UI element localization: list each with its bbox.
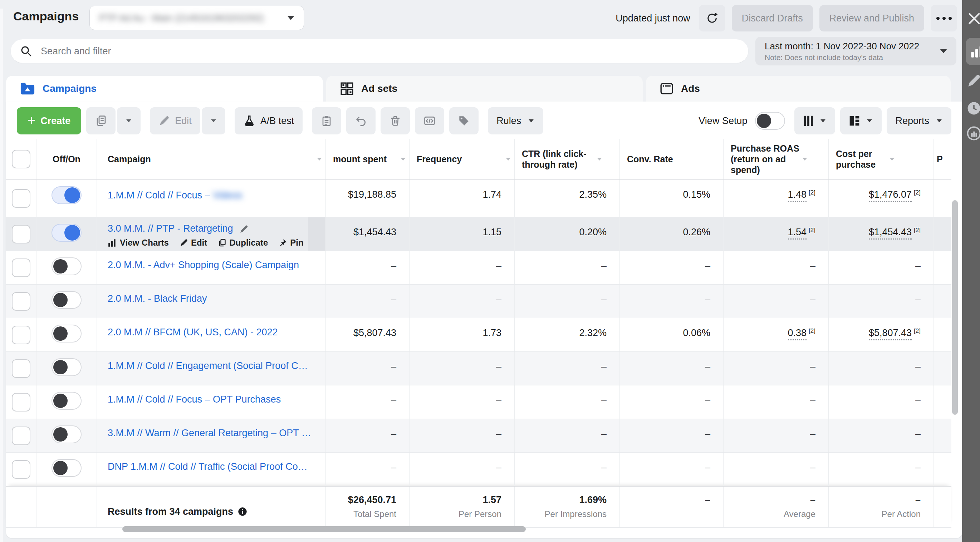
close-icon[interactable] [966, 11, 980, 27]
sort-caret-icon [597, 158, 602, 161]
col-frequency[interactable]: Frequency [409, 139, 514, 180]
breakdowns-button[interactable] [840, 107, 881, 134]
create-button[interactable]: + Create [17, 107, 81, 134]
horizontal-scrollbar-thumb[interactable] [123, 526, 526, 532]
campaign-link[interactable]: 3.0 M.M. // PTP - Retargeting [108, 223, 233, 234]
col-cost-per-purchase[interactable]: Cost per purchase [828, 139, 934, 180]
column-resize-handle[interactable] [308, 218, 326, 251]
tab-ads[interactable]: Ads [646, 76, 951, 102]
col-p-clipped[interactable]: P [934, 139, 951, 180]
ab-test-flask-icon [243, 115, 255, 127]
discard-drafts-button[interactable]: Discard Drafts [732, 5, 813, 32]
edit-menu-button[interactable] [202, 107, 225, 134]
campaign-toggle[interactable] [51, 392, 81, 410]
info-icon[interactable] [237, 507, 248, 517]
total-ctr: 1.69% [515, 486, 619, 505]
total-amount-spent: $26,450.71 [326, 486, 409, 505]
col-amount-spent[interactable]: mount spent [326, 139, 409, 180]
rules-button[interactable]: Rules [488, 107, 543, 134]
table-row[interactable]: 3.M.M // Warm // General Retargeting – O… [6, 419, 951, 453]
campaign-link[interactable]: 3.M.M // Warm // General Retargeting – O… [108, 428, 311, 438]
campaign-toggle[interactable] [51, 459, 81, 477]
col-campaign[interactable]: Campaign [97, 139, 326, 180]
more-options-button[interactable] [931, 5, 957, 32]
date-range-selector[interactable]: Last month: 1 Nov 2022-30 Nov 2022 Note:… [756, 37, 956, 65]
table-row[interactable]: 2.0 M.M. - Black Friday – – – – – – [6, 285, 951, 318]
history-clock-icon[interactable] [966, 101, 980, 116]
undo-button[interactable] [346, 107, 375, 134]
col-ctr[interactable]: CTR (link click-through rate) [514, 139, 619, 180]
campaign-toggle[interactable] [51, 186, 81, 204]
table-row[interactable]: 1.M.M // Cold // Focus – Videos $19,188.… [6, 180, 951, 218]
campaign-toggle[interactable] [51, 358, 81, 376]
ctr-value: 0.20% [514, 218, 619, 251]
campaign-link[interactable]: 2.0 M.M. - Adv+ Shopping (Scale) Campaig… [108, 259, 299, 270]
sort-caret-icon [889, 158, 894, 161]
row-checkbox[interactable] [12, 393, 30, 412]
campaign-link[interactable]: 2.0 M.M // BFCM (UK, US, CAN) - 2022 [108, 327, 278, 337]
account-dropdown[interactable]: PTP Ad Au - Main (2149161963202292) [89, 6, 304, 30]
campaign-toggle[interactable] [51, 224, 81, 242]
duplicate-button[interactable] [86, 107, 116, 134]
conv-rate-value: 0.15% [619, 180, 723, 217]
campaign-toggle[interactable] [51, 426, 81, 443]
table-row[interactable]: 2.0 M.M. - Adv+ Shopping (Scale) Campaig… [6, 251, 951, 285]
row-checkbox[interactable] [12, 359, 30, 378]
paste-button[interactable] [312, 107, 341, 134]
tab-campaigns[interactable]: Campaigns [6, 76, 323, 102]
total-frequency: 1.57 [409, 486, 514, 505]
campaign-toggle[interactable] [51, 257, 81, 275]
campaign-link[interactable]: DNP 1.M.M // Cold // Traffic (Social Pro… [108, 461, 308, 472]
reports-button[interactable]: Reports [887, 107, 951, 134]
date-range-note: Note: Does not include today's data [765, 53, 940, 62]
table-row[interactable]: 1.M.M // Cold // Engagement (Social Proo… [6, 352, 951, 385]
horizontal-scrollbar[interactable] [17, 526, 947, 532]
columns-button[interactable] [794, 107, 835, 134]
table-row[interactable]: 1.M.M // Cold // Focus – OPT Purchases –… [6, 385, 951, 419]
campaign-link[interactable]: 1.M.M // Cold // Focus – OPT Purchases [108, 394, 281, 405]
view-setup-toggle[interactable] [755, 112, 785, 130]
delete-button[interactable] [380, 107, 410, 134]
rename-pencil-icon[interactable] [239, 224, 248, 234]
table-row[interactable]: 2.0 M.M // BFCM (UK, US, CAN) - 2022 $5,… [6, 318, 951, 352]
row-checkbox[interactable] [12, 426, 30, 445]
campaign-link[interactable]: 1.M.M // Cold // Focus – Videos [108, 190, 242, 200]
charts-tool-button[interactable] [966, 38, 980, 65]
review-publish-button[interactable]: Review and Publish [819, 5, 924, 32]
pin-action[interactable]: Pin [278, 238, 303, 248]
total-conv-rate: – [620, 486, 723, 505]
search-input[interactable] [40, 45, 739, 57]
col-purchase-roas[interactable]: Purchase ROAS (return on ad spend) [723, 139, 828, 180]
duplicate-menu-button[interactable] [117, 107, 140, 134]
col-conv-rate[interactable]: Conv. Rate [619, 139, 723, 180]
total-cost-per-purchase: – [829, 486, 934, 505]
edit-button[interactable]: Edit [150, 107, 200, 134]
search-bar[interactable] [11, 39, 748, 63]
campaign-toggle[interactable] [51, 291, 81, 309]
row-checkbox[interactable] [12, 189, 30, 208]
performance-chart-icon[interactable] [966, 126, 980, 141]
table-row[interactable]: DNP 1.M.M // Cold // Traffic (Social Pro… [6, 453, 951, 486]
roas-value: 1.54[2] [723, 218, 828, 251]
row-checkbox[interactable] [12, 292, 30, 311]
row-checkbox[interactable] [12, 326, 30, 344]
tag-button[interactable] [449, 107, 479, 134]
view-charts-action[interactable]: View Charts [108, 238, 169, 248]
tab-ad-sets[interactable]: Ad sets [326, 76, 643, 102]
row-checkbox[interactable] [12, 259, 30, 277]
campaign-link[interactable]: 2.0 M.M. - Black Friday [108, 293, 207, 304]
edit-action[interactable]: Edit [180, 238, 207, 248]
tab-campaigns-label: Campaigns [43, 83, 97, 94]
duplicate-action[interactable]: Duplicate [218, 238, 268, 248]
row-checkbox[interactable] [12, 460, 30, 479]
row-checkbox[interactable] [12, 225, 30, 243]
campaign-toggle[interactable] [51, 324, 81, 342]
campaign-link[interactable]: 1.M.M // Cold // Engagement (Social Proo… [108, 360, 308, 371]
refresh-button[interactable] [699, 5, 725, 32]
table-row[interactable]: 3.0 M.M. // PTP - Retargeting View Chart… [6, 218, 951, 251]
edit-tool-icon[interactable] [966, 73, 980, 88]
vertical-scrollbar-thumb[interactable] [952, 200, 958, 415]
select-all-checkbox[interactable] [12, 150, 30, 168]
ab-test-button[interactable]: A/B test [235, 107, 303, 134]
export-button[interactable] [415, 107, 444, 134]
